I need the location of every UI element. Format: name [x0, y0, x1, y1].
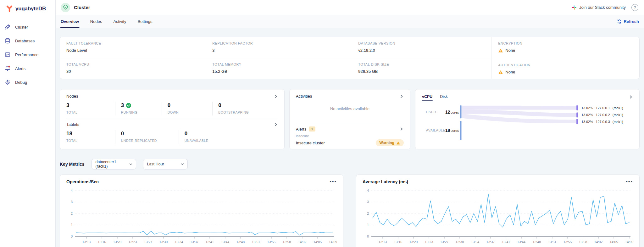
operations-chart-card: Operations/Sec ••• 0123413:1313:1613:201… [60, 175, 343, 247]
chevron-right-icon[interactable] [399, 94, 404, 99]
stat-value: 3 [121, 102, 124, 109]
x-axis-label: 13:51 [252, 240, 260, 244]
sidebar-item-databases[interactable]: Databases [0, 34, 55, 48]
stat-nodes-total: 3 TOTAL [66, 102, 115, 115]
sidebar-item-cluster[interactable]: Cluster [0, 20, 55, 34]
sidebar-item-alerts[interactable]: Alerts [0, 62, 55, 75]
refresh-button[interactable]: Refresh [617, 15, 639, 28]
series-line-write [76, 231, 333, 235]
key-metrics-row: Key Metrics datacenter1 (rack1) Last Hou… [60, 159, 640, 169]
field-label: AUTHENTICATION [498, 63, 633, 67]
stat-value: 0 [168, 102, 213, 109]
x-axis-label: 13:44 [517, 240, 525, 244]
node-zone: (rack1) [613, 113, 623, 117]
help-icon[interactable]: ? [631, 4, 638, 11]
key-metrics-title: Key Metrics [60, 162, 85, 167]
used-label: USED [426, 110, 436, 114]
sidebar-nav: Cluster Databases [0, 20, 55, 89]
field-value: Node Level [66, 48, 200, 53]
tab-activity[interactable]: Activity [113, 15, 127, 28]
chevron-right-icon[interactable] [274, 94, 278, 99]
x-axis-label: 13:37 [486, 240, 495, 244]
x-axis-label: 13:55 [267, 240, 275, 244]
sidebar-item-label: Cluster [15, 25, 28, 30]
tab-overview[interactable]: Overview [60, 15, 80, 28]
time-range-select[interactable]: Last Hour [143, 159, 188, 169]
tab-label: Disk [440, 94, 447, 99]
field-authentication: AUTHENTICATION None [498, 63, 633, 74]
series-line-write [373, 194, 629, 227]
x-axis-label: 13:51 [548, 240, 556, 244]
slack-community-link[interactable]: Join our Slack community [572, 5, 626, 10]
field-label: DATABASE VERSION [358, 41, 485, 45]
stat-nodes-running: 3 RUNNING [115, 102, 162, 115]
field-label: TOTAL VCPU [66, 62, 200, 66]
alerts-count-badge: 1 [309, 126, 315, 132]
x-axis-label: 13:20 [113, 240, 121, 244]
brand-logo[interactable]: yugabyteDB [0, 0, 55, 14]
chevron-right-icon[interactable] [399, 127, 404, 131]
x-axis-label: 13:58 [283, 240, 291, 244]
x-axis-label: 13:27 [144, 240, 152, 244]
sidebar-item-debug[interactable]: Debug [0, 75, 55, 89]
operations-line-chart: 0123413:1313:1613:2013:2313:2713:3013:34… [66, 186, 337, 247]
region-select-value: datacenter1 (rack1) [96, 160, 129, 169]
y-axis-label: 0 [71, 234, 73, 238]
chart-menu-icon[interactable]: ••• [626, 180, 633, 183]
activities-panel-title: Activities [296, 94, 312, 99]
stat-tablets-unavailable: 0 UNAVAILABLE [179, 130, 278, 144]
main-content: FAULT TOLERANCE Node Level REPLICATION F… [56, 28, 644, 247]
chart-menu-icon[interactable]: ••• [330, 180, 337, 183]
no-activities-text: No activities available [296, 106, 404, 111]
rocket-icon [4, 24, 11, 30]
stat-label: UNAVAILABLE [185, 139, 278, 142]
y-axis-label: 3 [71, 200, 73, 204]
chart-title: Operations/Sec [66, 179, 99, 184]
tab-settings[interactable]: Settings [137, 15, 153, 28]
field-value: v2.19.2.0 [358, 48, 485, 53]
page-title: Cluster [74, 5, 90, 10]
field-database-version: DATABASE VERSION v2.19.2.0 [352, 37, 491, 58]
stat-label: UNDER-REPLICATED [121, 139, 179, 142]
security-column: ENCRYPTION None AUTHENTICATION No [491, 37, 639, 79]
sidebar-item-label: Debug [15, 80, 27, 85]
alerts-panel-title: Alerts [296, 127, 306, 132]
tab-disk[interactable]: Disk [440, 93, 448, 101]
chevron-right-icon[interactable] [629, 95, 633, 99]
refresh-label: Refresh [624, 19, 639, 24]
field-label: TOTAL MEMORY [212, 62, 346, 66]
brand-name: yugabyteDB [15, 6, 46, 12]
node-zone: (rack1) [613, 106, 623, 110]
chevron-down-icon [180, 162, 184, 166]
nodes-stats: 3 TOTAL 3 RUNNING 0 DOWN [66, 102, 278, 115]
tab-vcpu[interactable]: vCPU [422, 93, 433, 101]
latency-line-chart: 0123413:1313:1613:2013:2313:2713:3013:34… [363, 186, 633, 247]
x-axis-label: 13:41 [206, 240, 214, 244]
x-axis-label: 13:48 [533, 240, 541, 244]
tab-nodes[interactable]: Nodes [90, 15, 103, 28]
field-label: ENCRYPTION [498, 41, 633, 45]
x-axis-label: 13:44 [221, 240, 229, 244]
tablets-panel-title: Tablets [66, 122, 79, 127]
field-total-memory: TOTAL MEMORY 15.2 GB [206, 58, 352, 79]
bell-icon [4, 65, 11, 72]
tab-label: vCPU [422, 94, 432, 99]
chevron-right-icon[interactable] [274, 122, 278, 127]
region-select[interactable]: datacenter1 (rack1) [92, 159, 136, 169]
x-axis-label: 13:27 [440, 240, 448, 244]
sidebar: yugabyteDB Cluster [0, 0, 56, 247]
sidebar-item-performance[interactable]: Performance [0, 48, 55, 62]
y-axis-label: 2 [367, 212, 369, 215]
field-value: None [505, 70, 515, 74]
stat-value: 18 [66, 131, 115, 137]
field-encryption: ENCRYPTION None [498, 41, 633, 53]
x-axis-label: 13:23 [425, 240, 433, 244]
field-value: None [505, 48, 515, 53]
available-value: 18 [445, 128, 450, 133]
field-total-disk-size: TOTAL DISK SIZE 926.35 GB [352, 58, 491, 79]
stat-value: 0 [185, 131, 278, 137]
slack-icon [572, 5, 577, 10]
alert-row[interactable]: Insecure cluster Warning [296, 139, 404, 146]
y-axis-label: 1 [71, 223, 73, 227]
stat-nodes-bootstrapping: 0 BOOTSTRAPPING [212, 102, 278, 115]
